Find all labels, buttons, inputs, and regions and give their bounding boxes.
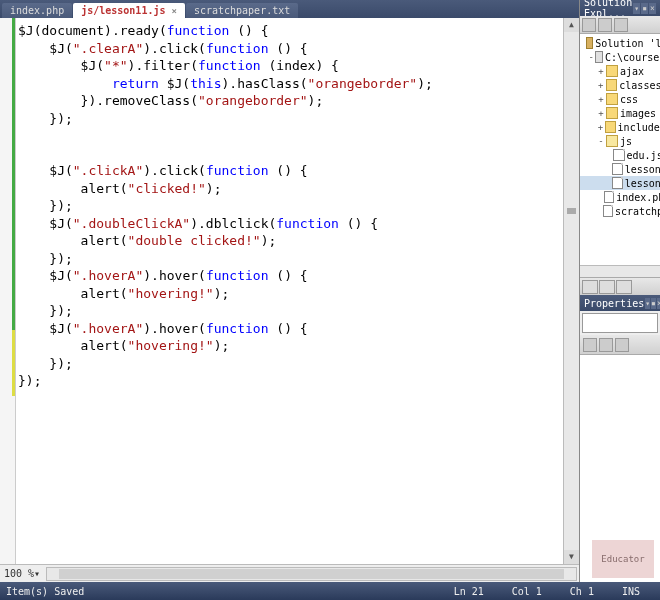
sol-icon [586, 37, 594, 49]
tree-item-label: ajax [620, 66, 644, 77]
panel-tab-icon[interactable] [599, 280, 615, 294]
fld-icon [606, 93, 618, 105]
side-panels: Solution Expl... ▾ ▪ × Solution 'learnin… [580, 0, 660, 582]
solution-tree[interactable]: Solution 'learning'-C:\courses\lea+ajax+… [580, 34, 660, 265]
chevron-down-icon[interactable]: ▾ [34, 568, 40, 579]
tree-item-label: css [620, 94, 638, 105]
categorized-icon[interactable] [583, 338, 597, 352]
solution-explorer-header: Solution Expl... ▾ ▪ × [580, 0, 660, 16]
file-icon [604, 191, 614, 203]
properties-icon[interactable] [615, 338, 629, 352]
tree-item[interactable]: -js [580, 134, 660, 148]
expand-icon[interactable]: + [596, 108, 606, 118]
tab-scratchpaper[interactable]: scratchpaper.txt [186, 3, 298, 18]
tree-item[interactable]: lesson1 [580, 176, 660, 190]
toolbar-icon[interactable] [598, 18, 612, 32]
fld-icon [605, 121, 616, 133]
tree-item-label: scratchpap [615, 206, 660, 217]
dropdown-icon[interactable]: ▾ [633, 3, 640, 14]
tab-lesson11-js[interactable]: js/lesson11.js× [73, 3, 185, 18]
tree-item[interactable]: Solution 'learning' [580, 36, 660, 50]
expand-icon[interactable]: + [596, 122, 605, 132]
tree-item[interactable]: -C:\courses\lea [580, 50, 660, 64]
tree-item-label: js [620, 136, 632, 147]
tree-item[interactable]: +ajax [580, 64, 660, 78]
zoom-value: 100 % [4, 568, 34, 579]
horizontal-scrollbar[interactable] [46, 567, 577, 581]
tab-bar: index.php js/lesson11.js× scratchpaper.t… [0, 0, 579, 18]
tree-item-label: edu.js [627, 150, 660, 161]
editor-area: index.php js/lesson11.js× scratchpaper.t… [0, 0, 580, 582]
tree-item-label: images [620, 108, 656, 119]
panel-title: Properties [584, 298, 644, 309]
tab-label: index.php [10, 5, 64, 16]
editor-footer: 100 % ▾ [0, 564, 579, 582]
change-bar-modified [12, 330, 15, 396]
tree-item[interactable]: +classes [580, 78, 660, 92]
fld-icon [606, 65, 618, 77]
tree-item[interactable]: index.php [580, 190, 660, 204]
tree-item-label: Solution 'learning' [595, 38, 660, 49]
properties-body [580, 355, 660, 582]
panel-tab-icon[interactable] [582, 280, 598, 294]
properties-header: Properties ▾ ▪ × [580, 295, 660, 311]
tree-item[interactable]: scratchpap [580, 204, 660, 218]
panel-tab-icon[interactable] [616, 280, 632, 294]
tree-item[interactable]: edu.js [580, 148, 660, 162]
status-message: Item(s) Saved [6, 586, 84, 597]
gutter [0, 18, 16, 564]
expand-icon[interactable]: + [596, 66, 606, 76]
proj-icon [595, 51, 604, 63]
file-icon [603, 205, 612, 217]
tree-item[interactable]: +images [580, 106, 660, 120]
close-icon[interactable]: × [171, 6, 176, 16]
file-icon [612, 163, 622, 175]
zoom-control[interactable]: 100 % ▾ [0, 568, 44, 579]
toolbar-icon[interactable] [582, 18, 596, 32]
tree-item-label: classes [619, 80, 660, 91]
status-ins: INS [608, 586, 654, 597]
tree-item-label: includes [618, 122, 660, 133]
expand-icon[interactable]: - [596, 136, 606, 146]
tree-item-label: lesson1 [625, 164, 660, 175]
fld-icon [606, 79, 618, 91]
change-bar-saved [12, 18, 15, 330]
tree-item[interactable]: +includes [580, 120, 660, 134]
tree-item-label: C:\courses\lea [605, 52, 660, 63]
scroll-up-icon[interactable]: ▲ [564, 18, 579, 32]
panel-tab-bar [580, 277, 660, 295]
hscroll-thumb[interactable] [59, 569, 564, 579]
pin-icon[interactable]: ▪ [641, 3, 648, 14]
tab-label: scratchpaper.txt [194, 5, 290, 16]
scroll-down-icon[interactable]: ▼ [564, 550, 579, 564]
toolbar-icon[interactable] [614, 18, 628, 32]
properties-dropdown[interactable] [582, 313, 658, 333]
tab-label: js/lesson11.js [81, 5, 165, 16]
dropdown-icon[interactable]: ▾ [645, 298, 650, 309]
tab-index-php[interactable]: index.php [2, 3, 72, 18]
file-icon [612, 177, 622, 189]
file-icon [613, 149, 624, 161]
tree-item[interactable]: lesson1 [580, 162, 660, 176]
status-col: Col 1 [498, 586, 556, 597]
fld-icon [606, 135, 618, 147]
code-editor[interactable]: $J(document).ready(function () { $J(".cl… [0, 18, 579, 564]
properties-toolbar [580, 335, 660, 355]
tree-item-label: index.php [616, 192, 660, 203]
status-ch: Ch 1 [556, 586, 608, 597]
tree-item[interactable]: +css [580, 92, 660, 106]
fld-icon [606, 107, 618, 119]
tree-hscroll[interactable] [580, 265, 660, 277]
expand-icon[interactable]: + [596, 94, 606, 104]
expand-icon[interactable]: + [596, 80, 606, 90]
close-icon[interactable]: × [649, 3, 656, 14]
tree-item-label: lesson1 [625, 178, 660, 189]
vertical-scrollbar[interactable]: ▲ ▼ [563, 18, 579, 564]
pin-icon[interactable]: ▪ [651, 298, 656, 309]
solution-explorer-toolbar [580, 16, 660, 34]
code-content[interactable]: $J(document).ready(function () { $J(".cl… [16, 18, 563, 564]
status-line: Ln 21 [440, 586, 498, 597]
split-marker[interactable] [567, 208, 576, 214]
status-bar: Item(s) Saved Ln 21 Col 1 Ch 1 INS [0, 582, 660, 600]
alphabetical-icon[interactable] [599, 338, 613, 352]
